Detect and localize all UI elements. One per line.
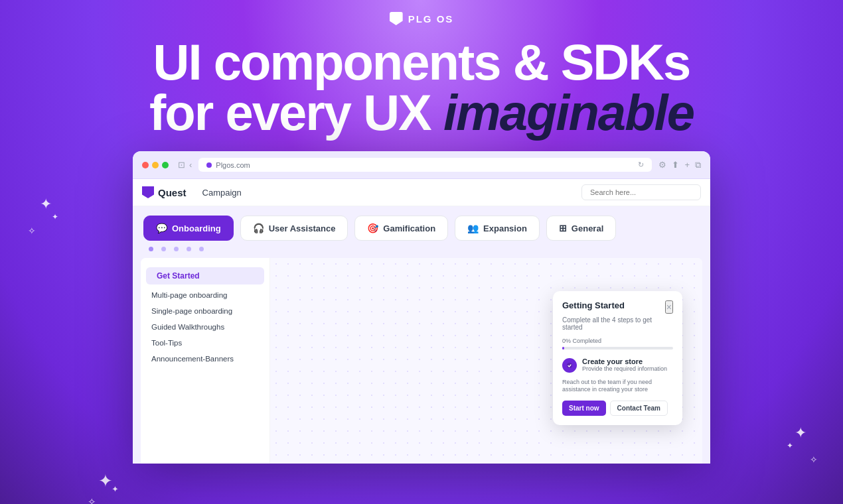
start-now-button[interactable]: Start now xyxy=(562,401,606,416)
sidebar-item-0[interactable]: Multi-page onboarding xyxy=(141,287,269,303)
tab-dot-0 xyxy=(149,247,153,251)
window-icon: ⊡ xyxy=(178,160,185,170)
inner-app-header: Quest Campaign xyxy=(133,179,710,206)
task-item: Create your store Provide the required i… xyxy=(562,357,673,373)
sidebar-item-4[interactable]: Announcement-Banners xyxy=(141,351,269,367)
traffic-lights xyxy=(142,162,169,168)
card-header: Getting Started × xyxy=(562,300,673,314)
tab-navigation: 💬 Onboarding 🎧 User Assistance 🎯 Gamific… xyxy=(133,206,710,241)
tab-onboarding-label: Onboarding xyxy=(172,223,221,233)
tab-general-label: General xyxy=(572,223,603,233)
main-content: Getting Started × Complete all the 4 ste… xyxy=(270,258,702,464)
brand-logo-text: PLG OS xyxy=(408,13,454,25)
traffic-light-red[interactable] xyxy=(142,162,149,168)
tab-gamification-icon: 🎯 xyxy=(367,223,378,233)
browser-chrome: ⊡ ‹ Plgos.com ↻ ⚙ ⬆ + ⧉ xyxy=(133,151,710,179)
traffic-light-yellow[interactable] xyxy=(152,162,159,168)
contact-team-button[interactable]: Contact Team xyxy=(610,401,668,416)
quest-logo-icon xyxy=(142,186,154,198)
card-close-button[interactable]: × xyxy=(665,300,673,314)
progress-bar-bg xyxy=(562,347,673,349)
tab-general-icon: ⊞ xyxy=(559,223,567,233)
tab-expansion[interactable]: 👥 Expansion xyxy=(455,216,540,241)
tab-user-assistance-label: User Assistance xyxy=(269,223,336,233)
app-area: Get Started Multi-page onboarding Single… xyxy=(141,258,702,464)
tabs-icon[interactable]: ⧉ xyxy=(695,160,701,170)
traffic-light-green[interactable] xyxy=(162,162,169,168)
search-input[interactable] xyxy=(581,184,701,200)
hero-line2: for every UX imaginable xyxy=(149,88,694,138)
sidebar-item-1[interactable]: Single-page onboarding xyxy=(141,303,269,319)
quest-logo: Quest xyxy=(142,186,187,198)
card-buttons: Start now Contact Team xyxy=(562,401,673,416)
card-progress-label: 0% Completed xyxy=(562,338,673,344)
campaign-label: Campaign xyxy=(202,188,242,198)
hero-line2-italic: imaginable xyxy=(443,84,694,141)
settings-icon[interactable]: ⚙ xyxy=(658,160,666,170)
hero-line1: UI components & SDKs xyxy=(149,37,694,88)
quest-logo-text: Quest xyxy=(158,187,187,198)
hero-title: UI components & SDKs for every UX imagin… xyxy=(149,37,694,138)
back-button[interactable]: ‹ xyxy=(189,160,192,170)
brand-logo-icon xyxy=(390,12,403,25)
browser-nav-icons: ⊡ ‹ xyxy=(178,160,192,170)
tab-general[interactable]: ⊞ General xyxy=(546,216,616,241)
task-title: Create your store xyxy=(582,357,667,365)
tab-dot-1 xyxy=(161,247,166,251)
getting-started-card: Getting Started × Complete all the 4 ste… xyxy=(553,291,682,425)
sidebar: Get Started Multi-page onboarding Single… xyxy=(141,258,270,464)
task-desc: Provide the required information xyxy=(582,365,667,373)
refresh-icon[interactable]: ↻ xyxy=(638,160,644,169)
share-icon[interactable]: ⬆ xyxy=(672,160,679,170)
task-icon xyxy=(562,358,577,373)
tab-expansion-icon: 👥 xyxy=(467,223,479,233)
address-bar[interactable]: Plgos.com ↻ xyxy=(198,158,652,172)
tab-dot-2 xyxy=(174,247,179,251)
tab-user-assistance-icon: 🎧 xyxy=(253,223,264,233)
tab-expansion-label: Expansion xyxy=(483,223,527,233)
tab-gamification[interactable]: 🎯 Gamification xyxy=(354,216,448,241)
add-tab-icon[interactable]: + xyxy=(684,160,690,170)
card-subtitle: Complete all the 4 steps to get started xyxy=(562,316,673,331)
tab-gamification-label: Gamification xyxy=(383,223,435,233)
tab-dot-3 xyxy=(187,247,191,251)
top-bar: PLG OS xyxy=(390,0,454,25)
favicon xyxy=(206,162,212,168)
svg-point-0 xyxy=(567,363,572,368)
tab-dots-row xyxy=(133,241,710,251)
browser-actions: ⚙ ⬆ + ⧉ xyxy=(658,160,701,170)
sidebar-item-2[interactable]: Guided Walkthroughs xyxy=(141,319,269,335)
tab-onboarding[interactable]: 💬 Onboarding xyxy=(143,216,234,241)
task-help-text: Reach out to the team if you need assist… xyxy=(562,379,673,394)
url-text: Plgos.com xyxy=(216,161,250,169)
sidebar-item-3[interactable]: Tool-Tips xyxy=(141,335,269,351)
hero-line2-start: for every UX xyxy=(149,84,443,141)
progress-bar-fill xyxy=(562,347,564,349)
task-content: Create your store Provide the required i… xyxy=(582,357,667,373)
tab-user-assistance[interactable]: 🎧 User Assistance xyxy=(240,216,348,241)
browser-window: ⊡ ‹ Plgos.com ↻ ⚙ ⬆ + ⧉ Quest xyxy=(133,151,710,464)
tab-dot-4 xyxy=(199,247,204,251)
card-title: Getting Started xyxy=(562,300,625,310)
hero-section: UI components & SDKs for every UX imagin… xyxy=(123,25,720,151)
sidebar-section-header: Get Started xyxy=(146,267,264,284)
tab-onboarding-icon: 💬 xyxy=(156,223,167,233)
inner-app-left: Quest Campaign xyxy=(142,186,242,198)
